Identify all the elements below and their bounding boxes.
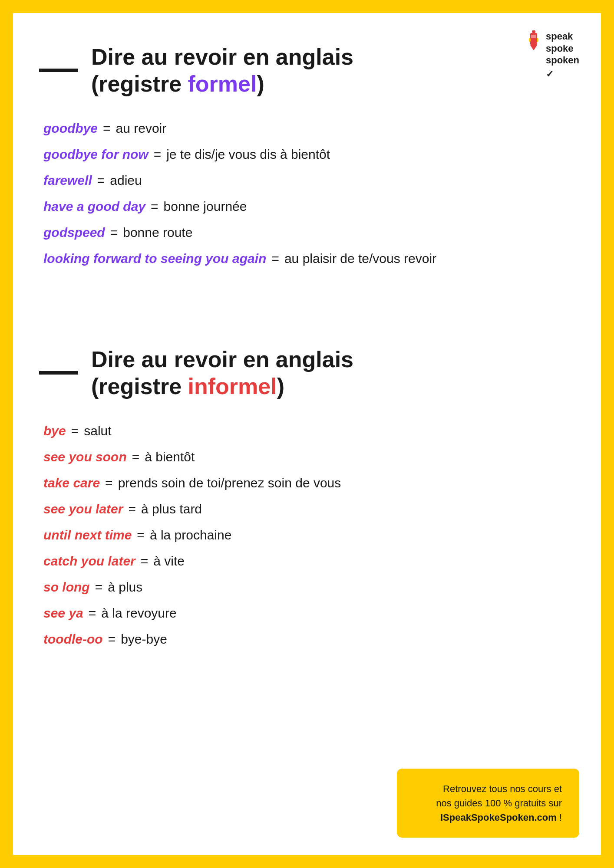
section-formel-accent: formel <box>188 71 257 96</box>
svg-rect-3 <box>529 38 531 42</box>
logo-spoke: spoke <box>546 43 579 55</box>
vocab-eq: = <box>95 578 103 596</box>
vocab-item: until next time = à la prochaine <box>43 526 575 544</box>
svg-rect-0 <box>532 30 535 33</box>
vocab-term: see you later <box>43 500 123 518</box>
vocab-term: until next time <box>43 526 132 544</box>
section-informel-paren-after: ) <box>277 374 284 399</box>
vocab-term: bye <box>43 422 66 440</box>
vocab-item: so long = à plus <box>43 578 575 596</box>
vocab-term: so long <box>43 578 90 596</box>
footer-line1: Retrouvez tous nos cours et <box>443 783 562 794</box>
svg-marker-2 <box>530 45 537 50</box>
vocab-item: looking forward to seeing you again = au… <box>43 250 575 268</box>
vocab-translation: au revoir <box>116 119 167 138</box>
vocab-term: see ya <box>43 604 83 622</box>
section-informel-title: Dire au revoir en anglais (registre info… <box>91 346 353 400</box>
footer-cta: Retrouvez tous nos cours et nos guides 1… <box>397 769 579 838</box>
vocab-item: farewell = adieu <box>43 171 575 190</box>
section-informel: Dire au revoir en anglais (registre info… <box>39 346 575 648</box>
section-formel-title: Dire au revoir en anglais (registre form… <box>91 43 353 98</box>
section-formel-header: Dire au revoir en anglais (registre form… <box>39 43 575 98</box>
vocab-eq: = <box>110 224 118 242</box>
vocab-eq: = <box>154 145 162 164</box>
vocab-eq: = <box>271 250 279 268</box>
vocab-list-informel: bye = salutsee you soon = à bientôttake … <box>39 422 575 648</box>
vocab-term: looking forward to seeing you again <box>43 250 266 268</box>
vocab-item: have a good day = bonne journée <box>43 197 575 216</box>
vocab-item: godspeed = bonne route <box>43 224 575 242</box>
footer-suffix: ! <box>557 812 562 823</box>
svg-rect-5 <box>531 35 536 38</box>
vocab-translation: à bientôt <box>145 448 195 466</box>
vocab-translation: bonne route <box>123 224 192 242</box>
vocab-translation: à la prochaine <box>150 526 231 544</box>
vocab-term: toodle-oo <box>43 630 103 648</box>
logo-icon <box>526 30 541 56</box>
section-informel-line <box>39 371 78 375</box>
vocab-translation: à plus <box>108 578 142 596</box>
vocab-eq: = <box>71 422 79 440</box>
vocab-eq: = <box>89 604 96 622</box>
vocab-eq: = <box>103 119 111 138</box>
footer-link[interactable]: ISpeakSpokeSpoken.com <box>440 812 557 823</box>
vocab-term: have a good day <box>43 197 145 216</box>
section-formel-paren-after: ) <box>257 71 264 96</box>
vocab-item: see ya = à la revoyure <box>43 604 575 622</box>
vocab-item: take care = prends soin de toi/prenez so… <box>43 474 575 492</box>
vocab-item: see you soon = à bientôt <box>43 448 575 466</box>
vocab-translation: prends soin de toi/prenez soin de vous <box>118 474 341 492</box>
vocab-translation: à plus tard <box>141 500 202 518</box>
section-informel-paren-before: (registre <box>91 374 188 399</box>
vocab-term: catch you later <box>43 552 135 570</box>
section-formel-paren-before: (registre <box>91 71 188 96</box>
vocab-eq: = <box>105 474 113 492</box>
vocab-term: goodbye <box>43 119 98 138</box>
footer-cta-text: Retrouvez tous nos cours et nos guides 1… <box>414 782 562 825</box>
vocab-translation: je te dis/je vous dis à bientôt <box>166 145 330 164</box>
section-informel-title-main: Dire au revoir en anglais <box>91 347 353 372</box>
vocab-item: toodle-oo = bye-bye <box>43 630 575 648</box>
section-informel-accent: informel <box>188 374 277 399</box>
section-formel: Dire au revoir en anglais (registre form… <box>39 43 575 268</box>
vocab-translation: adieu <box>110 171 142 190</box>
logo-area: speak spoke spoken ✓ <box>526 30 579 80</box>
vocab-eq: = <box>141 552 149 570</box>
vocab-list-formel: goodbye = au revoirgoodbye for now = je … <box>39 119 575 268</box>
vocab-translation: bonne journée <box>164 197 247 216</box>
vocab-eq: = <box>137 526 145 544</box>
section-formel-title-main: Dire au revoir en anglais <box>91 44 353 69</box>
logo-text: speak spoke spoken ✓ <box>546 30 579 80</box>
vocab-translation: salut <box>84 422 111 440</box>
section-formel-line <box>39 69 78 72</box>
logo-spoken: spoken <box>546 54 579 66</box>
vocab-term: see you soon <box>43 448 127 466</box>
footer-line2: nos guides 100 % gratuits sur <box>436 798 562 809</box>
vocab-item: catch you later = à vite <box>43 552 575 570</box>
vocab-term: take care <box>43 474 100 492</box>
vocab-term: godspeed <box>43 224 105 242</box>
vocab-translation: bye-bye <box>121 630 167 648</box>
vocab-eq: = <box>128 500 136 518</box>
vocab-item: see you later = à plus tard <box>43 500 575 518</box>
vocab-term: goodbye for now <box>43 145 149 164</box>
vocab-translation: au plaisir de te/vous revoir <box>284 250 436 268</box>
vocab-eq: = <box>97 171 105 190</box>
vocab-eq: = <box>108 630 116 648</box>
vocab-term: farewell <box>43 171 92 190</box>
vocab-translation: à vite <box>153 552 185 570</box>
main-card: speak spoke spoken ✓ Dire au revoir en a… <box>13 13 601 855</box>
vocab-eq: = <box>132 448 140 466</box>
logo-speak: speak <box>546 30 579 43</box>
section-informel-header: Dire au revoir en anglais (registre info… <box>39 346 575 400</box>
svg-rect-4 <box>537 38 538 42</box>
vocab-item: bye = salut <box>43 422 575 440</box>
vocab-eq: = <box>151 197 158 216</box>
vocab-translation: à la revoyure <box>101 604 176 622</box>
vocab-item: goodbye for now = je te dis/je vous dis … <box>43 145 575 164</box>
logo-checkmark: ✓ <box>546 68 579 80</box>
vocab-item: goodbye = au revoir <box>43 119 575 138</box>
